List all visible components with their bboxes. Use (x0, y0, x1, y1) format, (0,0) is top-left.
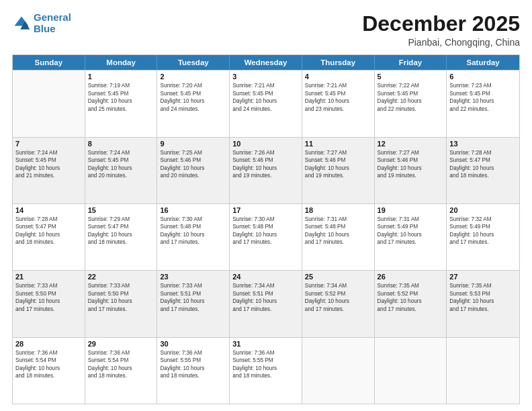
month-title: December 2025 (362, 12, 520, 36)
calendar-cell: 14Sunrise: 7:28 AMSunset: 5:47 PMDayligh… (13, 204, 85, 270)
calendar-cell: 3Sunrise: 7:21 AMSunset: 5:45 PMDaylight… (230, 71, 302, 136)
cell-info: Sunrise: 7:36 AMSunset: 5:54 PMDaylight:… (88, 349, 154, 380)
cell-info: Sunrise: 7:24 AMSunset: 5:45 PMDaylight:… (15, 149, 82, 180)
calendar-cell: 8Sunrise: 7:24 AMSunset: 5:45 PMDaylight… (85, 138, 158, 203)
calendar-cell: 16Sunrise: 7:30 AMSunset: 5:48 PMDayligh… (157, 204, 230, 270)
calendar-cell (302, 338, 375, 404)
location: Pianbai, Chongqing, China (362, 37, 520, 48)
calendar-cell: 2Sunrise: 7:20 AMSunset: 5:45 PMDaylight… (157, 71, 230, 136)
calendar: SundayMondayTuesdayWednesdayThursdayFrid… (12, 54, 520, 404)
calendar-cell: 6Sunrise: 7:23 AMSunset: 5:45 PMDaylight… (447, 71, 519, 136)
day-number: 30 (160, 340, 226, 348)
cell-info: Sunrise: 7:31 AMSunset: 5:49 PMDaylight:… (378, 216, 444, 246)
cell-info: Sunrise: 7:21 AMSunset: 5:45 PMDaylight:… (232, 82, 299, 113)
calendar-header-cell: Wednesday (230, 55, 302, 70)
cell-info: Sunrise: 7:28 AMSunset: 5:47 PMDaylight:… (15, 216, 82, 246)
logo-line1: General (34, 11, 71, 23)
cell-info: Sunrise: 7:27 AMSunset: 5:46 PMDaylight:… (378, 149, 444, 180)
calendar-cell: 30Sunrise: 7:36 AMSunset: 5:55 PMDayligh… (157, 338, 230, 404)
day-number: 8 (88, 140, 154, 148)
calendar-cell: 13Sunrise: 7:28 AMSunset: 5:47 PMDayligh… (447, 138, 519, 203)
calendar-cell: 19Sunrise: 7:31 AMSunset: 5:49 PMDayligh… (375, 204, 447, 270)
calendar-week: 21Sunrise: 7:33 AMSunset: 5:50 PMDayligh… (13, 270, 519, 336)
cell-info: Sunrise: 7:27 AMSunset: 5:46 PMDaylight:… (305, 149, 371, 180)
calendar-cell: 1Sunrise: 7:19 AMSunset: 5:45 PMDaylight… (85, 71, 158, 136)
day-number: 12 (378, 140, 444, 148)
calendar-header-cell: Friday (375, 55, 447, 70)
day-number: 6 (449, 73, 517, 81)
day-number: 17 (232, 206, 299, 214)
calendar-week: 7Sunrise: 7:24 AMSunset: 5:45 PMDaylight… (13, 137, 519, 203)
calendar-header: SundayMondayTuesdayWednesdayThursdayFrid… (13, 55, 519, 70)
logo: General Blue (12, 12, 71, 34)
calendar-cell: 5Sunrise: 7:22 AMSunset: 5:45 PMDaylight… (375, 71, 447, 136)
calendar-cell: 12Sunrise: 7:27 AMSunset: 5:46 PMDayligh… (375, 138, 447, 203)
cell-info: Sunrise: 7:29 AMSunset: 5:47 PMDaylight:… (88, 216, 154, 246)
day-number: 5 (378, 73, 444, 81)
day-number: 9 (160, 140, 226, 148)
calendar-cell (447, 338, 519, 404)
cell-info: Sunrise: 7:28 AMSunset: 5:47 PMDaylight:… (449, 149, 517, 180)
calendar-week: 1Sunrise: 7:19 AMSunset: 5:45 PMDaylight… (13, 70, 519, 136)
calendar-body: 1Sunrise: 7:19 AMSunset: 5:45 PMDaylight… (13, 70, 519, 404)
day-number: 24 (232, 273, 299, 281)
page: General Blue December 2025 Pianbai, Chon… (0, 0, 532, 411)
day-number: 3 (232, 73, 299, 81)
cell-info: Sunrise: 7:31 AMSunset: 5:48 PMDaylight:… (305, 216, 371, 246)
day-number: 29 (88, 340, 154, 348)
day-number: 28 (15, 340, 82, 348)
cell-info: Sunrise: 7:35 AMSunset: 5:53 PMDaylight:… (449, 282, 517, 313)
day-number: 27 (449, 273, 517, 281)
calendar-header-cell: Sunday (13, 55, 85, 70)
calendar-cell: 21Sunrise: 7:33 AMSunset: 5:50 PMDayligh… (13, 271, 85, 336)
logo-line2: Blue (34, 23, 56, 34)
cell-info: Sunrise: 7:24 AMSunset: 5:45 PMDaylight:… (88, 149, 154, 180)
cell-info: Sunrise: 7:30 AMSunset: 5:48 PMDaylight:… (232, 216, 299, 246)
cell-info: Sunrise: 7:33 AMSunset: 5:51 PMDaylight:… (160, 282, 226, 313)
cell-info: Sunrise: 7:36 AMSunset: 5:55 PMDaylight:… (160, 349, 226, 380)
calendar-cell: 29Sunrise: 7:36 AMSunset: 5:54 PMDayligh… (85, 338, 158, 404)
calendar-cell: 25Sunrise: 7:34 AMSunset: 5:52 PMDayligh… (302, 271, 375, 336)
day-number: 31 (232, 340, 299, 348)
calendar-cell: 28Sunrise: 7:36 AMSunset: 5:54 PMDayligh… (13, 338, 85, 404)
cell-info: Sunrise: 7:20 AMSunset: 5:45 PMDaylight:… (160, 82, 226, 113)
day-number: 25 (305, 273, 371, 281)
day-number: 21 (15, 273, 82, 281)
calendar-cell: 31Sunrise: 7:36 AMSunset: 5:55 PMDayligh… (230, 338, 302, 404)
calendar-cell: 24Sunrise: 7:34 AMSunset: 5:51 PMDayligh… (230, 271, 302, 336)
header: General Blue December 2025 Pianbai, Chon… (12, 12, 520, 48)
title-block: December 2025 Pianbai, Chongqing, China (362, 12, 520, 48)
cell-info: Sunrise: 7:33 AMSunset: 5:50 PMDaylight:… (88, 282, 154, 313)
calendar-cell: 11Sunrise: 7:27 AMSunset: 5:46 PMDayligh… (302, 138, 375, 203)
cell-info: Sunrise: 7:36 AMSunset: 5:54 PMDaylight:… (15, 349, 82, 380)
day-number: 18 (305, 206, 371, 214)
day-number: 20 (449, 206, 517, 214)
logo-text: General Blue (34, 12, 71, 34)
calendar-cell: 23Sunrise: 7:33 AMSunset: 5:51 PMDayligh… (157, 271, 230, 336)
day-number: 26 (378, 273, 444, 281)
cell-info: Sunrise: 7:25 AMSunset: 5:46 PMDaylight:… (160, 149, 226, 180)
calendar-cell: 20Sunrise: 7:32 AMSunset: 5:49 PMDayligh… (447, 204, 519, 270)
day-number: 19 (378, 206, 444, 214)
calendar-header-cell: Monday (85, 55, 158, 70)
calendar-cell: 9Sunrise: 7:25 AMSunset: 5:46 PMDaylight… (157, 138, 230, 203)
day-number: 7 (15, 140, 82, 148)
calendar-cell: 18Sunrise: 7:31 AMSunset: 5:48 PMDayligh… (302, 204, 375, 270)
logo-icon (12, 14, 31, 33)
calendar-header-cell: Tuesday (157, 55, 230, 70)
calendar-cell: 4Sunrise: 7:21 AMSunset: 5:45 PMDaylight… (302, 71, 375, 136)
calendar-week: 28Sunrise: 7:36 AMSunset: 5:54 PMDayligh… (13, 337, 519, 404)
calendar-cell: 15Sunrise: 7:29 AMSunset: 5:47 PMDayligh… (85, 204, 158, 270)
calendar-cell (375, 338, 447, 404)
day-number: 13 (449, 140, 517, 148)
day-number: 11 (305, 140, 371, 148)
calendar-cell (13, 71, 85, 136)
cell-info: Sunrise: 7:36 AMSunset: 5:55 PMDaylight:… (232, 349, 299, 380)
cell-info: Sunrise: 7:30 AMSunset: 5:48 PMDaylight:… (160, 216, 226, 246)
cell-info: Sunrise: 7:35 AMSunset: 5:52 PMDaylight:… (378, 282, 444, 313)
cell-info: Sunrise: 7:26 AMSunset: 5:46 PMDaylight:… (232, 149, 299, 180)
cell-info: Sunrise: 7:34 AMSunset: 5:52 PMDaylight:… (305, 282, 371, 313)
calendar-cell: 7Sunrise: 7:24 AMSunset: 5:45 PMDaylight… (13, 138, 85, 203)
cell-info: Sunrise: 7:22 AMSunset: 5:45 PMDaylight:… (378, 82, 444, 113)
calendar-week: 14Sunrise: 7:28 AMSunset: 5:47 PMDayligh… (13, 203, 519, 270)
